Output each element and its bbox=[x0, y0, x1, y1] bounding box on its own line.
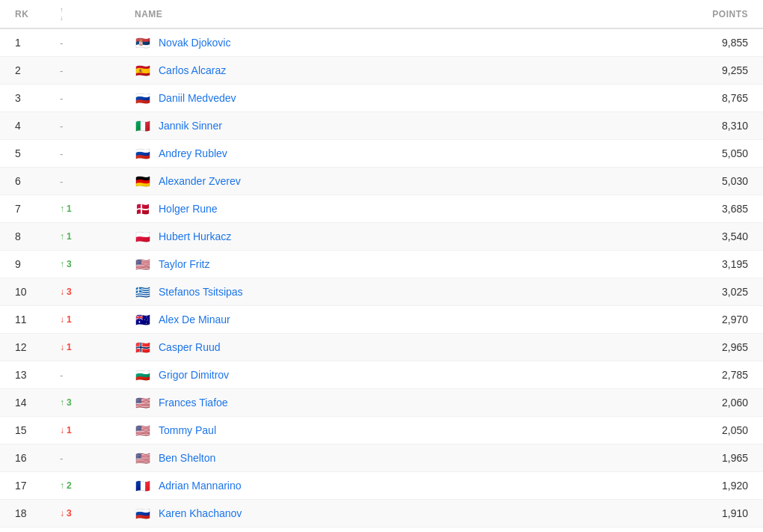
points-header: POINTS bbox=[658, 9, 748, 19]
rank-cell: 7 bbox=[15, 203, 60, 215]
table-row: 15↓1🇺🇸Tommy Paul2,050 bbox=[0, 417, 763, 444]
points-cell: 1,910 bbox=[658, 507, 748, 519]
table-row: 11↓1🇦🇺Alex De Minaur2,970 bbox=[0, 306, 763, 334]
up-arrow-icon: ↑ bbox=[60, 259, 64, 269]
points-cell: 1,965 bbox=[658, 452, 748, 464]
player-name-link[interactable]: Holger Rune bbox=[159, 203, 218, 215]
movement-number: 1 bbox=[67, 231, 72, 242]
movement-cell: - bbox=[60, 93, 135, 104]
movement-cell: ↑2 bbox=[60, 480, 135, 491]
points-cell: 8,765 bbox=[658, 92, 748, 104]
player-name-link[interactable]: Karen Khachanov bbox=[159, 507, 242, 519]
points-cell: 2,970 bbox=[658, 314, 748, 325]
points-cell: 5,050 bbox=[658, 147, 748, 159]
flag-icon: 🇺🇸 bbox=[135, 397, 151, 409]
name-cell: 🇬🇷Stefanos Tsitsipas bbox=[135, 286, 658, 298]
table-row: 9↑3🇺🇸Taylor Fritz3,195 bbox=[0, 251, 763, 278]
up-arrow-icon: ↑ bbox=[60, 397, 64, 408]
movement-number: 3 bbox=[67, 397, 72, 408]
player-name-link[interactable]: Daniil Medvedev bbox=[159, 92, 236, 104]
movement-cell: - bbox=[60, 370, 135, 381]
table-row: 14↑3🇺🇸Frances Tiafoe2,060 bbox=[0, 389, 763, 417]
movement-cell: - bbox=[60, 148, 135, 159]
name-cell: 🇷🇸Novak Djokovic bbox=[135, 37, 658, 49]
movement-cell: ↓3 bbox=[60, 287, 135, 297]
name-cell: 🇵🇱Hubert Hurkacz bbox=[135, 230, 658, 242]
rank-cell: 14 bbox=[15, 397, 60, 409]
movement-header[interactable]: ↑ ↓ bbox=[60, 6, 135, 22]
table-row: 4-🇮🇹Jannik Sinner8,310 bbox=[0, 112, 763, 140]
movement-cell: ↑3 bbox=[60, 397, 135, 408]
sort-arrows: ↑ ↓ bbox=[60, 6, 64, 22]
player-name-link[interactable]: Taylor Fritz bbox=[159, 258, 209, 270]
name-cell: 🇫🇷Adrian Mannarino bbox=[135, 480, 658, 492]
table-row: 10↓3🇬🇷Stefanos Tsitsipas3,025 bbox=[0, 278, 763, 306]
rank-cell: 5 bbox=[15, 147, 60, 159]
points-cell: 2,785 bbox=[658, 369, 748, 381]
rank-cell: 3 bbox=[15, 92, 60, 104]
player-name-link[interactable]: Frances Tiafoe bbox=[159, 397, 228, 409]
rank-cell: 11 bbox=[15, 314, 60, 325]
points-cell: 1,920 bbox=[658, 480, 748, 492]
rank-cell: 13 bbox=[15, 369, 60, 381]
movement-cell: ↓1 bbox=[60, 425, 135, 435]
player-name-link[interactable]: Andrey Rublev bbox=[159, 147, 227, 159]
table-header: RK ↑ ↓ NAME POINTS bbox=[0, 0, 763, 29]
table-row: 13-🇧🇬Grigor Dimitrov2,785 bbox=[0, 361, 763, 389]
points-cell: 5,030 bbox=[658, 175, 748, 187]
player-name-link[interactable]: Alex De Minaur bbox=[159, 314, 230, 325]
down-arrow-icon: ↓ bbox=[60, 287, 64, 297]
flag-icon: 🇦🇺 bbox=[135, 314, 151, 325]
points-cell: 9,855 bbox=[658, 37, 748, 49]
rank-cell: 4 bbox=[15, 120, 60, 132]
name-cell: 🇧🇬Grigor Dimitrov bbox=[135, 369, 658, 381]
name-cell: 🇪🇸Carlos Alcaraz bbox=[135, 64, 658, 76]
player-name-link[interactable]: Grigor Dimitrov bbox=[159, 369, 229, 381]
player-name-link[interactable]: Tommy Paul bbox=[159, 424, 216, 436]
rank-cell: 10 bbox=[15, 286, 60, 298]
table-row: 18↓3🇷🇺Karen Khachanov1,910 bbox=[0, 500, 763, 528]
player-name-link[interactable]: Ben Shelton bbox=[159, 452, 215, 464]
points-cell: 3,685 bbox=[658, 203, 748, 215]
player-name-link[interactable]: Hubert Hurkacz bbox=[159, 230, 231, 242]
movement-number: 3 bbox=[67, 259, 72, 269]
movement-cell: ↓1 bbox=[60, 314, 135, 325]
name-cell: 🇷🇺Karen Khachanov bbox=[135, 507, 658, 519]
name-cell: 🇩🇪Alexander Zverev bbox=[135, 175, 658, 187]
table-row: 2-🇪🇸Carlos Alcaraz9,255 bbox=[0, 57, 763, 85]
player-name-link[interactable]: Alexander Zverev bbox=[159, 175, 241, 187]
name-cell: 🇺🇸Ben Shelton bbox=[135, 452, 658, 464]
movement-cell: ↑1 bbox=[60, 204, 135, 214]
rank-cell: 15 bbox=[15, 424, 60, 436]
name-cell: 🇮🇹Jannik Sinner bbox=[135, 120, 658, 132]
player-name-link[interactable]: Stefanos Tsitsipas bbox=[159, 286, 243, 298]
movement-cell: - bbox=[60, 120, 135, 132]
rank-cell: 2 bbox=[15, 64, 60, 76]
table-row: 16-🇺🇸Ben Shelton1,965 bbox=[0, 444, 763, 472]
player-name-link[interactable]: Novak Djokovic bbox=[159, 37, 230, 49]
name-cell: 🇷🇺Andrey Rublev bbox=[135, 147, 658, 159]
player-name-link[interactable]: Jannik Sinner bbox=[159, 120, 222, 132]
flag-icon: 🇩🇰 bbox=[135, 203, 151, 215]
player-name-link[interactable]: Casper Ruud bbox=[159, 341, 221, 353]
player-name-link[interactable]: Adrian Mannarino bbox=[159, 480, 242, 492]
movement-number: 2 bbox=[67, 480, 72, 491]
name-cell: 🇦🇺Alex De Minaur bbox=[135, 314, 658, 325]
sort-up-icon: ↑ bbox=[60, 6, 64, 13]
movement-cell: ↑3 bbox=[60, 259, 135, 269]
rank-cell: 18 bbox=[15, 507, 60, 519]
movement-cell: - bbox=[60, 37, 135, 49]
name-cell: 🇩🇰Holger Rune bbox=[135, 203, 658, 215]
movement-cell: ↑1 bbox=[60, 231, 135, 242]
table-row: 7↑1🇩🇰Holger Rune3,685 bbox=[0, 195, 763, 223]
flag-icon: 🇷🇺 bbox=[135, 147, 151, 159]
name-header: NAME bbox=[135, 9, 658, 19]
movement-cell: - bbox=[60, 453, 135, 464]
table-row: 3-🇷🇺Daniil Medvedev8,765 bbox=[0, 85, 763, 112]
flag-icon: 🇷🇸 bbox=[135, 37, 151, 49]
points-cell: 3,025 bbox=[658, 286, 748, 298]
player-name-link[interactable]: Carlos Alcaraz bbox=[159, 64, 226, 76]
flag-icon: 🇮🇹 bbox=[135, 120, 151, 132]
points-cell: 3,540 bbox=[658, 230, 748, 242]
rankings-table: RK ↑ ↓ NAME POINTS 1-🇷🇸Novak Djokovic9,8… bbox=[0, 0, 763, 532]
